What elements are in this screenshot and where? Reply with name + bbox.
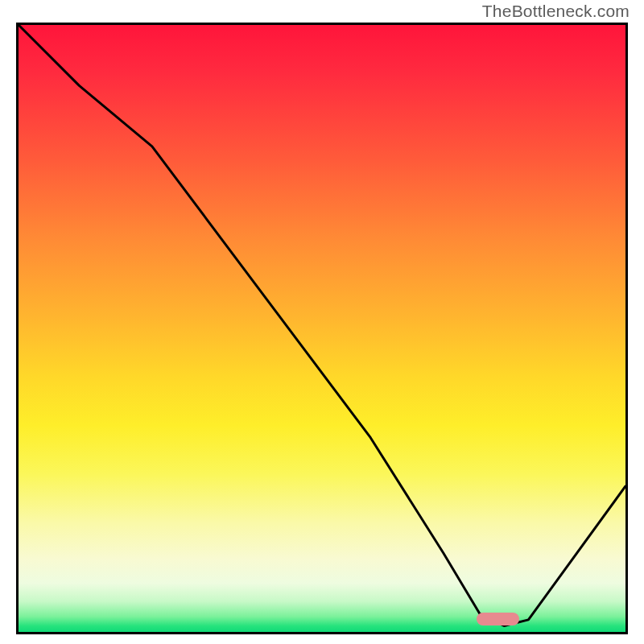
bottleneck-curve-line	[19, 25, 625, 632]
optimal-range-marker	[477, 613, 519, 625]
attribution-label: TheBottleneck.com	[482, 2, 630, 21]
bottleneck-chart	[16, 23, 628, 634]
